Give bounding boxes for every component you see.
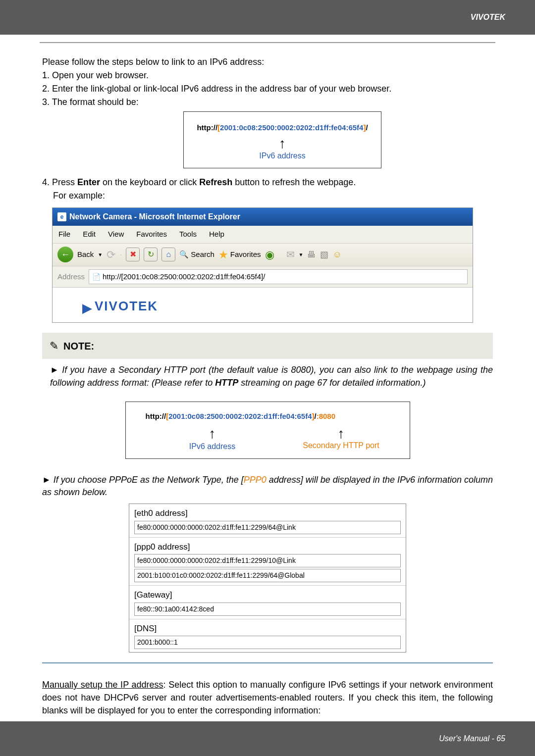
- ie-toolbar: ← Back ▼ ⟳ · ✖ ↻ ⌂ 🔍 Search ★ Favorites …: [53, 244, 473, 266]
- step-2: 2. Enter the link-global or link-local I…: [42, 82, 493, 96]
- step-3: 3. The format should be:: [42, 96, 139, 109]
- url2-port: :8080: [317, 412, 335, 420]
- manual-setup-paragraph: Manually setup the IP address: Select th…: [42, 678, 493, 717]
- arrow-up-icon: ↑: [191, 138, 374, 149]
- url-tail: /: [366, 123, 368, 132]
- url-ipv6-addr: 2001:0c08:2500:0002:0202:d1ff:fe04:65f4: [220, 123, 363, 132]
- arrow-up-icon-3: ↑: [292, 428, 391, 439]
- url2-addr: 2001:0c08:2500:0002:0202:d1ff:fe04:65f4: [168, 412, 312, 420]
- favorites-label: Favorites: [230, 249, 261, 260]
- history-icon[interactable]: ◉: [265, 247, 274, 263]
- eth0-label: [eth0 address]: [134, 507, 401, 520]
- step4-prefix: 4. Press: [42, 177, 77, 187]
- note-item-1: ► If you have a Secondary HTTP port (the…: [50, 364, 493, 389]
- intro-lead: Please follow the steps below to link to…: [42, 55, 493, 69]
- step4-mid: on the keyboard or click: [100, 177, 199, 187]
- ie-content-area: ▶ VIVOTEK: [53, 288, 473, 322]
- manual-title: Manually setup the IP address: [42, 680, 163, 690]
- stop-icon[interactable]: ✖: [126, 248, 140, 261]
- refresh-icon[interactable]: ↻: [144, 248, 158, 261]
- gateway-value: fe80::90:1a00:4142:8ced: [134, 603, 401, 616]
- gateway-section: [Gateway] fe80::90:1a00:4142:8ced: [129, 586, 406, 619]
- dns-section: [DNS] 2001:b000::1: [129, 619, 406, 653]
- back-label[interactable]: Back: [77, 249, 94, 260]
- ipv6-label: IPv6 address: [191, 150, 374, 162]
- menu-view[interactable]: View: [108, 229, 124, 240]
- page-content: Please follow the steps below to link to…: [0, 43, 535, 717]
- ppp0-label: [ppp0 address]: [134, 541, 401, 554]
- ie-title-text: Network Camera - Microsoft Internet Expl…: [69, 211, 240, 223]
- mail-dropdown-icon[interactable]: ▼: [299, 251, 304, 258]
- vivotek-logo-icon: ▶: [82, 301, 92, 315]
- footer-text: User's Manual - 65: [439, 734, 505, 743]
- menu-help[interactable]: Help: [209, 229, 224, 240]
- home-icon[interactable]: ⌂: [161, 248, 175, 261]
- pppoe-info-box: [eth0 address] fe80:0000:0000:0000:0202:…: [129, 504, 406, 653]
- gateway-label: [Gateway]: [134, 589, 401, 602]
- search-button[interactable]: 🔍 Search: [179, 249, 214, 260]
- edit-icon[interactable]: ▧: [320, 248, 328, 261]
- arrow-up-icon-2: ↑: [133, 428, 292, 439]
- note-heading-box: ✎ NOTE:: [42, 333, 493, 359]
- favorites-button[interactable]: ★ Favorites: [218, 247, 261, 263]
- separator: ·: [119, 248, 122, 261]
- footer-bar: User's Manual - 65: [0, 721, 535, 756]
- pencil-icon: ✎: [50, 338, 58, 354]
- dns-value: 2001:b000::1: [134, 636, 401, 649]
- eth0-value: fe80:0000:0000:0000:0202:d1ff:fe11:2299/…: [134, 521, 401, 534]
- ie-address-bar: Address 📄 http://[2001:0c08:2500:0002:02…: [53, 266, 473, 288]
- step-4: 4. Press Enter on the keyboard or click …: [42, 176, 493, 189]
- url2-portlabel: Secondary HTTP port: [292, 440, 391, 452]
- ie-icon: e: [57, 212, 66, 221]
- url-format-box-2: http://[2001:0c08:2500:0002:0202:d1ff:fe…: [125, 402, 410, 459]
- search-label: Search: [191, 249, 214, 260]
- step-1: 1. Open your web browser.: [42, 69, 493, 82]
- ie-page-icon: 📄: [92, 272, 101, 282]
- menu-file[interactable]: File: [58, 229, 70, 240]
- address-input[interactable]: 📄 http://[2001:0c08:2500:0002:0202:d1ff:…: [89, 269, 468, 285]
- print-icon[interactable]: 🖶: [307, 248, 316, 261]
- address-value: http://[2001:0c08:2500:0002:0202:d1ff:fe…: [103, 271, 265, 283]
- step4-example: For example:: [42, 189, 493, 202]
- step4-refresh: Refresh: [199, 177, 232, 187]
- url2-http: http://: [146, 412, 166, 420]
- back-button-icon[interactable]: ←: [57, 247, 73, 262]
- star-icon: ★: [218, 247, 228, 263]
- menu-edit[interactable]: Edit: [83, 229, 96, 240]
- ie-titlebar: e Network Camera - Microsoft Internet Ex…: [53, 208, 473, 226]
- ppp0-section: [ppp0 address] fe80:0000:0000:0000:0202:…: [129, 538, 406, 586]
- menu-tools[interactable]: Tools: [179, 229, 197, 240]
- discuss-icon[interactable]: ☺: [332, 248, 341, 261]
- ppp0-value-2: 2001:b100:01c0:0002:0202:d1ff:fe11:2299/…: [134, 569, 401, 582]
- ie-window: e Network Camera - Microsoft Internet Ex…: [52, 207, 473, 323]
- menu-favorites[interactable]: Favorites: [136, 229, 167, 240]
- search-icon: 🔍: [179, 249, 189, 260]
- note-item-2: ► If you choose PPPoE as the Network Typ…: [42, 474, 493, 499]
- note1-b: HTTP: [215, 378, 238, 388]
- step4-enter: Enter: [77, 177, 100, 187]
- ppp0-value-1: fe80:0000:0000:0000:0202:d1ff:fe11:2299/…: [134, 554, 401, 567]
- header-bar: VIVOTEK: [0, 0, 535, 35]
- vivotek-logo-text: VIVOTEK: [95, 299, 158, 313]
- url2-ipv6label: IPv6 address: [133, 441, 292, 453]
- note-heading: NOTE:: [63, 339, 94, 353]
- section-divider: [42, 662, 493, 663]
- mail-icon[interactable]: ✉: [286, 247, 295, 262]
- note2-b: PPP0: [244, 475, 267, 485]
- address-label: Address: [57, 271, 85, 283]
- forward-icon[interactable]: ⟳: [107, 247, 115, 263]
- url-http: http://: [197, 123, 217, 132]
- note2-a: If you choose PPPoE as the Network Type,…: [54, 475, 244, 485]
- note1-c: streaming on page 67 for detailed inform…: [238, 378, 426, 388]
- step4-suffix: button to refresh the webpage.: [232, 177, 356, 187]
- ie-menubar: File Edit View Favorites Tools Help: [53, 226, 473, 244]
- eth0-section: [eth0 address] fe80:0000:0000:0000:0202:…: [129, 504, 406, 538]
- header-brand: VIVOTEK: [471, 13, 505, 22]
- back-dropdown-icon[interactable]: ▼: [98, 251, 103, 258]
- dns-label: [DNS]: [134, 622, 401, 635]
- url-format-box-1: http://[2001:0c08:2500:0002:0202:d1ff:fe…: [183, 111, 381, 168]
